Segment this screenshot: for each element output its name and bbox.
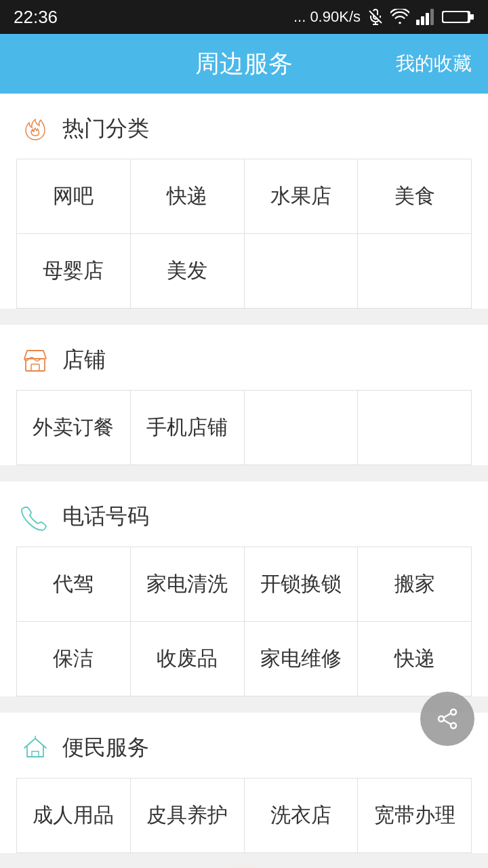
section-header-phone: 电话号码 <box>0 481 488 547</box>
community-grid: 成人用品 皮具养护 洗衣店 宽带办理 <box>16 778 472 853</box>
shop-shouji[interactable]: 手机店铺 <box>131 391 245 465</box>
category-meishi[interactable]: 美食 <box>358 159 472 234</box>
status-icons: ... 0.90K/s <box>293 8 474 26</box>
svg-point-13 <box>451 709 456 715</box>
phone-grid: 代驾 家电清洗 开锁换锁 搬家 保洁 收废品 家电维修 快递 <box>16 547 472 696</box>
grid-row: 网吧 快递 水果店 美食 <box>17 159 472 234</box>
phone-jiadian[interactable]: 家电清洗 <box>131 547 245 622</box>
time: 22:36 <box>14 7 58 28</box>
grid-cell-empty <box>245 391 359 465</box>
section-title-hot: 热门分类 <box>62 114 149 144</box>
section-title-phone: 电话号码 <box>62 502 149 532</box>
mute-icon <box>367 9 384 25</box>
grid-row: 代驾 家电清洗 开锁换锁 搬家 <box>17 547 472 622</box>
svg-rect-9 <box>443 12 468 22</box>
phone-bangjia[interactable]: 搬家 <box>358 547 472 622</box>
category-muyingdian[interactable]: 母婴店 <box>17 234 131 309</box>
signal-icon <box>416 9 435 25</box>
hot-categories-section: 热门分类 网吧 快递 水果店 美食 母婴店 美发 <box>0 94 488 309</box>
grid-row: 外卖订餐 手机店铺 <box>17 391 472 465</box>
community-icon <box>19 732 52 764</box>
svg-point-15 <box>451 723 456 728</box>
svg-point-14 <box>439 716 444 722</box>
phone-icon <box>19 500 52 533</box>
category-wangba[interactable]: 网吧 <box>17 159 131 234</box>
phone-daijia[interactable]: 代驾 <box>17 547 131 622</box>
battery-icon <box>442 9 474 25</box>
community-chengren[interactable]: 成人用品 <box>17 778 131 853</box>
svg-rect-12 <box>32 751 39 757</box>
phone-kuaidi[interactable]: 快递 <box>358 622 472 696</box>
grid-cell-empty <box>358 234 472 309</box>
grid-cell-empty <box>245 234 359 309</box>
section-title-community: 便民服务 <box>62 733 149 763</box>
shop-icon <box>19 344 52 376</box>
page-title: 周边服务 <box>195 47 293 81</box>
category-kuaidi[interactable]: 快递 <box>131 159 245 234</box>
section-title-shops: 店铺 <box>62 345 106 375</box>
grid-row: 母婴店 美发 <box>17 234 472 309</box>
hot-categories-grid: 网吧 快递 水果店 美食 母婴店 美发 <box>16 159 472 309</box>
header: 周边服务 我的收藏 <box>0 34 488 94</box>
float-share-button[interactable] <box>420 692 474 746</box>
wifi-icon <box>390 9 409 25</box>
shops-section: 店铺 外卖订餐 手机店铺 <box>0 325 488 465</box>
phone-kaisuo[interactable]: 开锁换锁 <box>245 547 359 622</box>
section-header-community: 便民服务 <box>0 713 488 778</box>
grid-row: 成人用品 皮具养护 洗衣店 宽带办理 <box>17 778 472 853</box>
shop-waimai[interactable]: 外卖订餐 <box>17 391 131 465</box>
grid-cell-empty <box>358 391 472 465</box>
shops-grid: 外卖订餐 手机店铺 <box>16 390 472 465</box>
section-header-shops: 店铺 <box>0 325 488 390</box>
svg-line-17 <box>444 720 451 724</box>
status-bar: 22:36 ... 0.90K/s <box>0 0 488 34</box>
svg-rect-6 <box>430 9 434 25</box>
phone-shoufeip[interactable]: 收废品 <box>131 622 245 696</box>
svg-rect-11 <box>31 364 39 371</box>
main-content: 热门分类 网吧 快递 水果店 美食 母婴店 美发 <box>0 94 488 868</box>
phone-jiandianwx[interactable]: 家电维修 <box>245 622 359 696</box>
phone-baojie[interactable]: 保洁 <box>17 622 131 696</box>
fire-icon <box>19 113 52 145</box>
svg-rect-8 <box>470 14 474 20</box>
svg-line-16 <box>444 713 451 717</box>
svg-rect-3 <box>416 20 420 25</box>
community-kuandai[interactable]: 宽带办理 <box>358 778 472 853</box>
grid-row: 保洁 收废品 家电维修 快递 <box>17 622 472 696</box>
community-section: 便民服务 成人用品 皮具养护 洗衣店 宽带办理 <box>0 713 488 853</box>
category-shuiguodian[interactable]: 水果店 <box>245 159 359 234</box>
network-speed: ... 0.90K/s <box>293 8 361 26</box>
category-meifa[interactable]: 美发 <box>131 234 245 309</box>
community-piju[interactable]: 皮具养护 <box>131 778 245 853</box>
svg-rect-4 <box>421 16 424 25</box>
section-header-hot: 热门分类 <box>0 94 488 159</box>
community-xiyidian[interactable]: 洗衣店 <box>245 778 359 853</box>
phone-section: 电话号码 代驾 家电清洗 开锁换锁 搬家 保洁 收废品 家电维修 快递 <box>0 481 488 696</box>
svg-rect-5 <box>426 13 429 25</box>
my-favorites-link[interactable]: 我的收藏 <box>396 51 472 77</box>
